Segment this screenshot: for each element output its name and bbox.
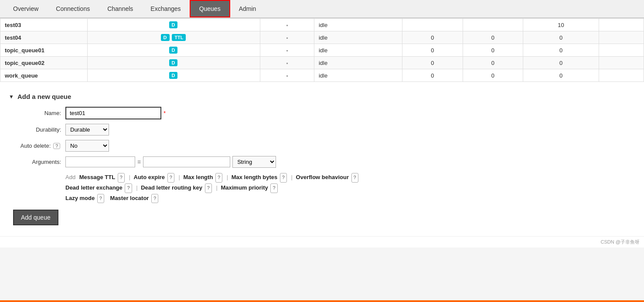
queue-checkbox: ▪ — [260, 44, 314, 57]
queue-name: test04 — [0, 31, 88, 44]
queue-status: idle — [314, 69, 402, 82]
table-row: topic_queue01 D ▪ idle 0 0 0 — [0, 44, 644, 57]
link-max-length[interactable]: Max length — [183, 174, 213, 180]
add-queue-header: ▼ Add a new queue — [9, 93, 635, 100]
arguments-inputs: = String Number Boolean List — [65, 156, 276, 168]
queue-name: work_queue — [0, 69, 88, 82]
durability-row: Durability: Durable Transient — [9, 124, 635, 136]
auto-expire-help[interactable]: ? — [167, 173, 174, 183]
sep6: | — [216, 184, 217, 191]
auto-delete-label: Auto delete: ? — [9, 143, 61, 149]
badge-d: D — [169, 72, 178, 79]
queue-badges: D — [88, 69, 260, 82]
footer-text: CSDN @子非鱼呀 — [601, 239, 640, 244]
navbar: Overview Connections Channels Exchanges … — [0, 0, 644, 18]
max-length-help[interactable]: ? — [215, 173, 222, 183]
arguments-type-select[interactable]: String Number Boolean List — [232, 156, 276, 168]
queue-badges: D — [88, 44, 260, 57]
queue-col3: 0 — [523, 57, 599, 69]
arguments-value-input[interactable] — [143, 156, 230, 167]
badge-d: D — [169, 47, 178, 54]
arguments-row: Arguments: = String Number Boolean List — [9, 156, 635, 168]
badge-d: D — [169, 21, 178, 28]
durability-select[interactable]: Durable Transient — [65, 124, 109, 136]
queue-col1: 0 — [402, 31, 463, 44]
durability-label: Durability: — [9, 126, 61, 133]
nav-queues[interactable]: Queues — [190, 0, 230, 17]
required-indicator: * — [164, 110, 166, 116]
link-overflow-behaviour[interactable]: Overflow behaviour — [296, 174, 349, 180]
link-auto-expire[interactable]: Auto expire — [134, 174, 165, 180]
maximum-priority-help[interactable]: ? — [270, 183, 277, 193]
badge-d: D — [169, 59, 178, 66]
queue-name: test03 — [0, 19, 88, 31]
name-label: Name: — [9, 110, 61, 116]
auto-delete-help-btn[interactable]: ? — [53, 143, 60, 149]
queue-checkbox: ▪ — [260, 57, 314, 69]
arguments-label: Arguments: — [9, 159, 61, 165]
queue-badges: D TTL — [88, 31, 260, 44]
dead-letter-routing-key-help[interactable]: ? — [205, 183, 212, 193]
link-dead-letter-exchange[interactable]: Dead letter exchange — [65, 184, 123, 191]
auto-delete-row: Auto delete: ? No Yes — [9, 140, 635, 152]
name-input[interactable] — [65, 107, 161, 119]
queues-table: test03 D ▪ idle 10 test04 D TTL ▪ idle — [0, 18, 644, 82]
dead-letter-exchange-help[interactable]: ? — [125, 183, 132, 193]
queue-col1: 0 — [402, 44, 463, 57]
nav-channels[interactable]: Channels — [99, 1, 142, 17]
queue-status: idle — [314, 57, 402, 69]
sep2: | — [178, 174, 180, 180]
sep3: | — [227, 174, 228, 180]
arguments-key-input[interactable] — [65, 156, 135, 167]
queue-col1 — [402, 19, 463, 31]
nav-connections[interactable]: Connections — [47, 1, 99, 17]
queue-col4 — [599, 31, 644, 44]
lazy-mode-help[interactable]: ? — [97, 194, 104, 204]
overflow-behaviour-help[interactable]: ? — [351, 173, 358, 183]
link-lazy-mode[interactable]: Lazy mode — [65, 195, 95, 201]
name-row: Name: * — [9, 107, 635, 119]
queue-checkbox: ▪ — [260, 19, 314, 31]
main-content: test03 D ▪ idle 10 test04 D TTL ▪ idle — [0, 18, 644, 248]
sep5: | — [136, 184, 137, 191]
link-master-locator[interactable]: Master locator — [110, 195, 149, 201]
footer: CSDN @子非鱼呀 — [0, 236, 644, 248]
sep1: | — [129, 174, 130, 180]
badge-ttl: TTL — [172, 34, 186, 41]
queue-col3: 0 — [523, 69, 599, 82]
link-max-length-bytes[interactable]: Max length bytes — [232, 174, 277, 180]
queue-status: idle — [314, 44, 402, 57]
collapse-arrow-icon[interactable]: ▼ — [9, 94, 14, 100]
table-row: test04 D TTL ▪ idle 0 0 0 — [0, 31, 644, 44]
queue-col2: 0 — [463, 69, 523, 82]
link-dead-letter-routing-key[interactable]: Dead letter routing key — [141, 184, 202, 191]
nav-admin[interactable]: Admin — [230, 1, 265, 17]
queue-col2: 0 — [463, 31, 523, 44]
queue-checkbox: ▪ — [260, 31, 314, 44]
max-length-bytes-help[interactable]: ? — [280, 173, 287, 183]
queue-col3: 0 — [523, 31, 599, 44]
queue-badges: D — [88, 19, 260, 31]
queue-col2 — [463, 19, 523, 31]
queue-col4 — [599, 19, 644, 31]
table-row: test03 D ▪ idle 10 — [0, 19, 644, 31]
queue-badges: D — [88, 57, 260, 69]
link-maximum-priority[interactable]: Maximum priority — [221, 184, 268, 191]
queue-col1: 0 — [402, 57, 463, 69]
add-queue-button[interactable]: Add queue — [13, 210, 58, 225]
auto-delete-select[interactable]: No Yes — [65, 140, 109, 152]
table-row: topic_queue02 D ▪ idle 0 0 0 — [0, 57, 644, 69]
add-links-section: Add Message TTL ? | Auto expire ? | Max … — [65, 172, 635, 203]
sep4: | — [291, 174, 293, 180]
queue-col1: 0 — [402, 69, 463, 82]
master-locator-help[interactable]: ? — [151, 194, 158, 204]
queue-col4 — [599, 69, 644, 82]
section-title: Add a new queue — [17, 93, 71, 100]
link-message-ttl[interactable]: Message TTL — [79, 174, 115, 180]
queue-col2: 0 — [463, 44, 523, 57]
nav-exchanges[interactable]: Exchanges — [142, 1, 189, 17]
message-ttl-help[interactable]: ? — [118, 173, 125, 183]
equals-sign: = — [137, 159, 141, 166]
nav-overview[interactable]: Overview — [4, 1, 47, 17]
badge-d: D — [161, 34, 170, 41]
